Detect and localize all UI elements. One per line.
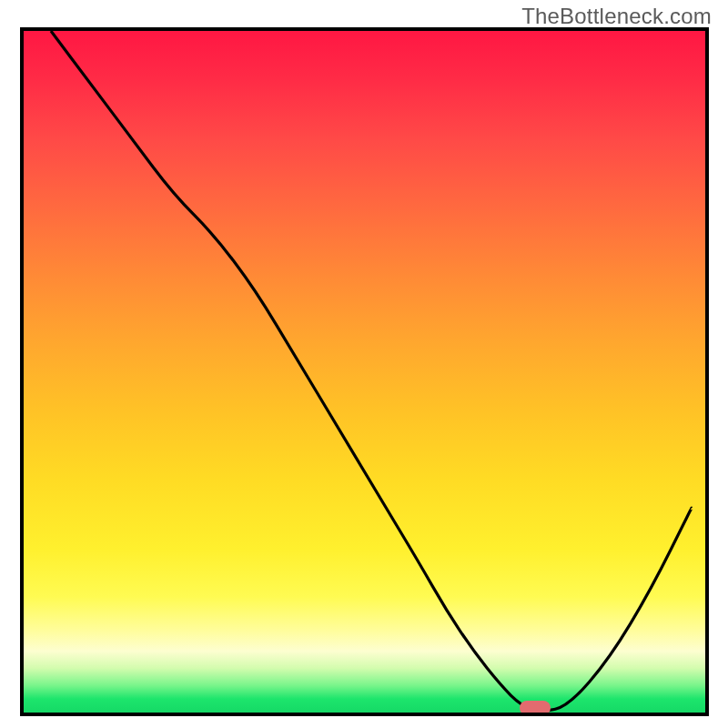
curve-path (51, 31, 692, 711)
optimum-marker (520, 701, 551, 715)
chart-frame (20, 27, 709, 716)
bottleneck-curve (24, 31, 705, 713)
watermark-text: TheBottleneck.com (521, 4, 712, 29)
